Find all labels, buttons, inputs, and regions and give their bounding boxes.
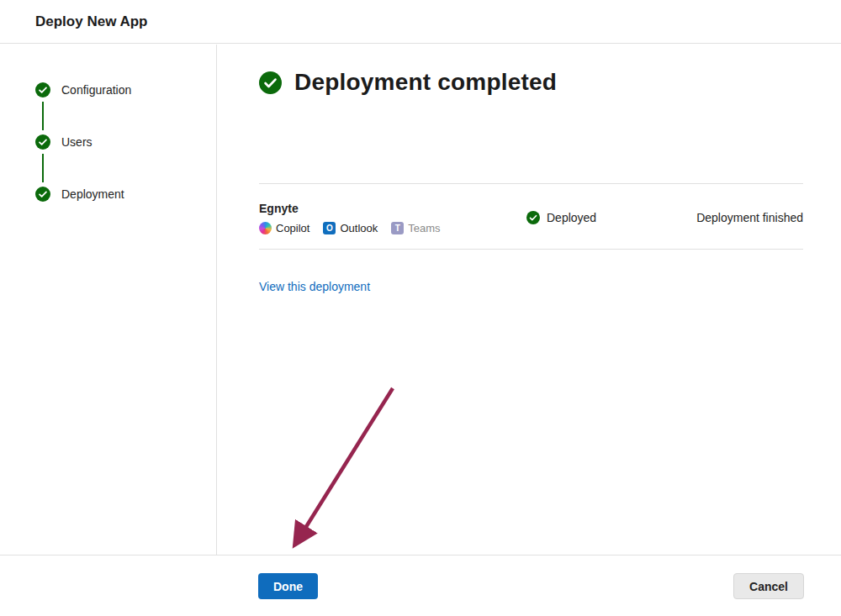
deployment-detail-text: Deployment finished — [696, 211, 803, 224]
host-teams: T Teams — [391, 222, 440, 234]
wizard-stepper: Configuration Users De — [35, 81, 131, 237]
page-title: Deploy New App — [35, 13, 148, 30]
host-label: Teams — [408, 222, 440, 234]
teams-icon: T — [391, 222, 404, 234]
app-name: Egnyte — [259, 202, 511, 215]
success-check-icon — [259, 71, 282, 94]
step-complete-check-icon — [35, 134, 50, 150]
stepper-item-label: Users — [61, 135, 93, 149]
stepper-item-label: Configuration — [61, 83, 131, 97]
deployment-table-row: Egnyte Copilot O Outlook T Teams — [259, 194, 803, 241]
divider — [259, 183, 803, 184]
host-copilot: Copilot — [259, 222, 309, 234]
stepper-item-users[interactable]: Users — [35, 133, 131, 151]
cancel-button[interactable]: Cancel — [733, 573, 804, 599]
deployment-status-text: Deployed — [547, 211, 596, 224]
host-label: Outlook — [340, 222, 378, 234]
deployment-status-badge: Deployed — [526, 211, 596, 224]
divider — [259, 249, 803, 250]
stepper-item-label: Deployment — [61, 187, 124, 201]
step-complete-check-icon — [35, 82, 50, 97]
view-deployment-link[interactable]: View this deployment — [259, 280, 370, 293]
app-cell: Egnyte Copilot O Outlook T Teams — [259, 202, 511, 234]
dialog-header: Deploy New App — [0, 0, 841, 44]
done-button[interactable]: Done — [258, 573, 318, 599]
status-heading-text: Deployment completed — [294, 69, 557, 96]
dialog-footer: Done Cancel — [0, 555, 841, 616]
deployed-check-icon — [526, 211, 540, 224]
stepper-item-deployment[interactable]: Deployment — [35, 185, 131, 203]
wizard-sidebar: Configuration Users De — [0, 45, 217, 555]
host-apps: Copilot O Outlook T Teams — [259, 222, 511, 234]
deploy-new-app-dialog: Deploy New App Configuration — [0, 0, 841, 616]
outlook-icon: O — [323, 222, 336, 234]
host-label: Copilot — [276, 222, 309, 234]
main-content: Deployment completed Egnyte Copilot O Ou… — [218, 45, 841, 555]
stepper-item-configuration[interactable]: Configuration — [35, 81, 131, 99]
deployment-status-heading: Deployment completed — [259, 69, 557, 96]
host-outlook: O Outlook — [323, 222, 378, 234]
copilot-icon — [259, 222, 272, 234]
step-complete-check-icon — [35, 187, 50, 202]
